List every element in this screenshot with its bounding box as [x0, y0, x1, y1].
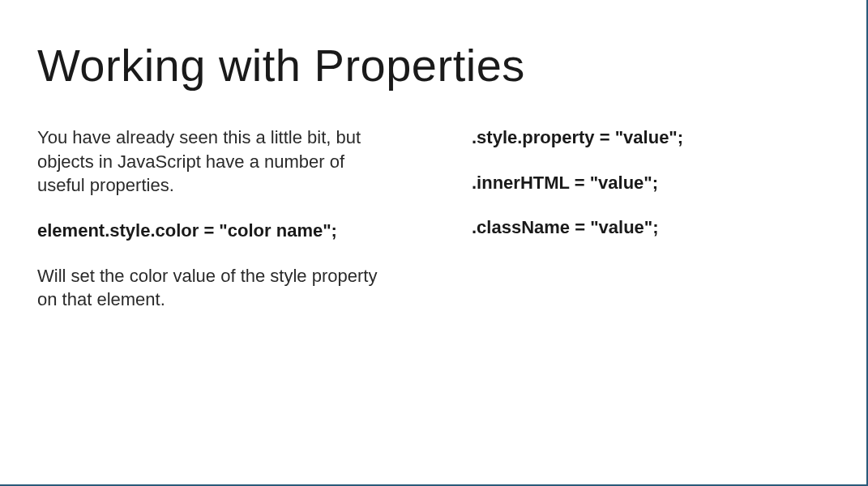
intro-paragraph: You have already seen this a little bit,… — [37, 126, 394, 198]
code-example-left: element.style.color = "color name"; — [37, 219, 394, 243]
slide-container: Working with Properties You have already… — [0, 0, 866, 372]
explanation-paragraph: Will set the color value of the style pr… — [37, 264, 394, 312]
right-column: .style.property = "value"; .innerHTML = … — [472, 126, 829, 333]
code-line-1: .style.property = "value"; — [472, 126, 829, 150]
columns-wrapper: You have already seen this a little bit,… — [37, 126, 829, 333]
code-line-3: .className = "value"; — [472, 215, 829, 240]
slide-title: Working with Properties — [37, 39, 829, 92]
left-column: You have already seen this a little bit,… — [37, 126, 394, 333]
code-line-2: .innerHTML = "value"; — [472, 171, 829, 195]
